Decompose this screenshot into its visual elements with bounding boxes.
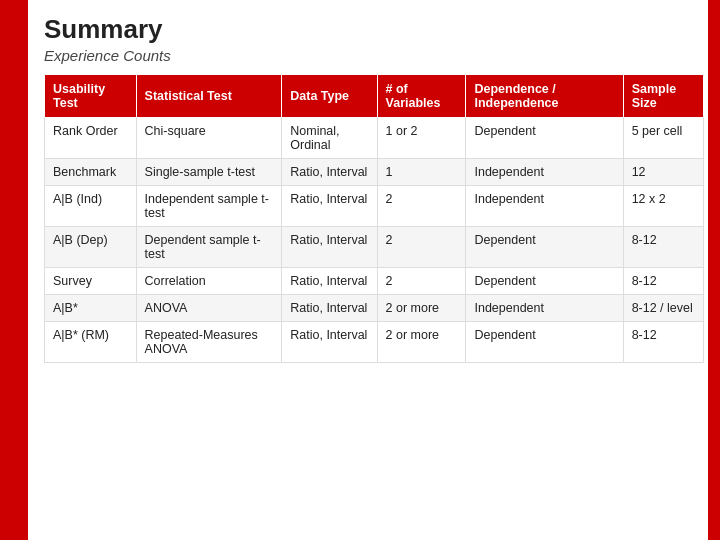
cell-variables: 1 or 2 bbox=[377, 118, 466, 159]
table-row: BenchmarkSingle-sample t-testRatio, Inte… bbox=[45, 159, 704, 186]
cell-dataType: Nominal, Ordinal bbox=[282, 118, 377, 159]
cell-sampleSize: 12 x 2 bbox=[623, 186, 703, 227]
table-row: A|B*ANOVARatio, Interval2 or moreIndepen… bbox=[45, 295, 704, 322]
col-variables: # of Variables bbox=[377, 75, 466, 118]
cell-variables: 1 bbox=[377, 159, 466, 186]
col-usability: Usability Test bbox=[45, 75, 137, 118]
page: Summary Experience Counts Usability Test… bbox=[0, 0, 720, 540]
cell-dependence: Dependent bbox=[466, 322, 623, 363]
cell-sampleSize: 8-12 bbox=[623, 227, 703, 268]
cell-variables: 2 bbox=[377, 227, 466, 268]
table-row: Rank OrderChi-squareNominal, Ordinal1 or… bbox=[45, 118, 704, 159]
table-row: A|B (Dep)Dependent sample t-testRatio, I… bbox=[45, 227, 704, 268]
cell-usability: Benchmark bbox=[45, 159, 137, 186]
cell-statistical: ANOVA bbox=[136, 295, 282, 322]
col-dependence: Dependence / Independence bbox=[466, 75, 623, 118]
cell-sampleSize: 5 per cell bbox=[623, 118, 703, 159]
cell-variables: 2 or more bbox=[377, 295, 466, 322]
col-statistical: Statistical Test bbox=[136, 75, 282, 118]
cell-variables: 2 bbox=[377, 186, 466, 227]
table-header-row: Usability Test Statistical Test Data Typ… bbox=[45, 75, 704, 118]
main-content: Summary Experience Counts Usability Test… bbox=[28, 0, 720, 363]
cell-statistical: Correlation bbox=[136, 268, 282, 295]
cell-usability: A|B* bbox=[45, 295, 137, 322]
cell-usability: A|B (Dep) bbox=[45, 227, 137, 268]
cell-statistical: Chi-square bbox=[136, 118, 282, 159]
left-accent-bar bbox=[0, 0, 28, 540]
cell-dataType: Ratio, Interval bbox=[282, 295, 377, 322]
cell-dependence: Dependent bbox=[466, 268, 623, 295]
cell-statistical: Repeated-Measures ANOVA bbox=[136, 322, 282, 363]
page-subtitle: Experience Counts bbox=[44, 47, 704, 64]
cell-variables: 2 bbox=[377, 268, 466, 295]
cell-dataType: Ratio, Interval bbox=[282, 322, 377, 363]
table-row: A|B* (RM)Repeated-Measures ANOVARatio, I… bbox=[45, 322, 704, 363]
cell-dependence: Independent bbox=[466, 159, 623, 186]
cell-sampleSize: 8-12 bbox=[623, 268, 703, 295]
cell-dependence: Independent bbox=[466, 186, 623, 227]
cell-statistical: Independent sample t-test bbox=[136, 186, 282, 227]
table-row: SurveyCorrelationRatio, Interval2Depende… bbox=[45, 268, 704, 295]
cell-dependence: Dependent bbox=[466, 118, 623, 159]
col-samplesize: Sample Size bbox=[623, 75, 703, 118]
cell-sampleSize: 8-12 / level bbox=[623, 295, 703, 322]
right-accent-bar bbox=[708, 0, 720, 540]
cell-usability: Rank Order bbox=[45, 118, 137, 159]
cell-dataType: Ratio, Interval bbox=[282, 268, 377, 295]
table-row: A|B (Ind)Independent sample t-testRatio,… bbox=[45, 186, 704, 227]
cell-dataType: Ratio, Interval bbox=[282, 159, 377, 186]
cell-statistical: Single-sample t-test bbox=[136, 159, 282, 186]
cell-dataType: Ratio, Interval bbox=[282, 186, 377, 227]
cell-usability: A|B* (RM) bbox=[45, 322, 137, 363]
cell-usability: Survey bbox=[45, 268, 137, 295]
cell-dataType: Ratio, Interval bbox=[282, 227, 377, 268]
cell-sampleSize: 8-12 bbox=[623, 322, 703, 363]
cell-variables: 2 or more bbox=[377, 322, 466, 363]
cell-sampleSize: 12 bbox=[623, 159, 703, 186]
cell-dependence: Dependent bbox=[466, 227, 623, 268]
col-datatype: Data Type bbox=[282, 75, 377, 118]
cell-usability: A|B (Ind) bbox=[45, 186, 137, 227]
cell-dependence: Independent bbox=[466, 295, 623, 322]
page-title: Summary bbox=[44, 14, 704, 45]
summary-table: Usability Test Statistical Test Data Typ… bbox=[44, 74, 704, 363]
cell-statistical: Dependent sample t-test bbox=[136, 227, 282, 268]
